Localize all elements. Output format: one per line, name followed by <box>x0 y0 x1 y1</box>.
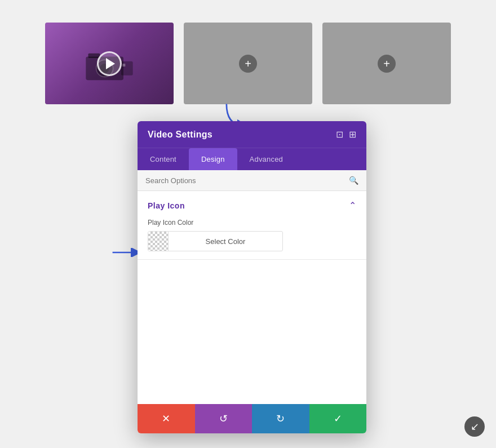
play-icon-color-label: Play Icon Color <box>148 219 356 227</box>
footer-bar: ✕ ↺ ↻ ✓ <box>138 404 366 433</box>
modal-header: Video Settings ⊡ ⊞ <box>138 121 366 148</box>
panel-content: Play Icon ⌃ Play Icon Color Select Color <box>138 191 366 404</box>
tab-advanced[interactable]: Advanced <box>237 148 295 170</box>
search-icon: 🔍 <box>349 176 358 185</box>
color-swatch[interactable] <box>148 232 169 251</box>
add-icon-2[interactable]: + <box>378 55 396 73</box>
svg-rect-5 <box>122 64 125 66</box>
help-badge-icon[interactable]: ↙ <box>464 416 485 437</box>
save-button[interactable]: ✓ <box>309 404 367 433</box>
color-field-row[interactable]: Select Color <box>148 231 283 251</box>
tab-design[interactable]: Design <box>189 148 237 170</box>
fullscreen-icon[interactable]: ⊡ <box>336 129 343 140</box>
thumbnail-video[interactable] <box>45 23 174 104</box>
redo-button[interactable]: ↻ <box>252 404 309 433</box>
cancel-button[interactable]: ✕ <box>138 404 195 433</box>
tab-content[interactable]: Content <box>138 148 189 170</box>
header-icons: ⊡ ⊞ <box>336 129 356 140</box>
search-row: 🔍 <box>138 170 366 191</box>
layout-icon[interactable]: ⊞ <box>349 129 356 140</box>
svg-rect-4 <box>121 61 133 75</box>
thumbnail-add-2[interactable]: + <box>322 23 451 104</box>
section-play-icon-header: Play Icon ⌃ <box>148 200 356 211</box>
chevron-up-icon[interactable]: ⌃ <box>349 200 356 211</box>
modal-title: Video Settings <box>148 130 212 140</box>
thumbnail-add-1[interactable]: + <box>184 23 312 104</box>
play-icon-color-field: Play Icon Color Select Color <box>148 219 356 251</box>
video-settings-panel: Video Settings ⊡ ⊞ Content Design Advanc… <box>138 121 366 433</box>
section-play-icon-title: Play Icon <box>148 201 185 210</box>
empty-content-area <box>148 260 356 395</box>
search-input[interactable] <box>145 176 349 185</box>
undo-button[interactable]: ↺ <box>195 404 253 433</box>
tabs-row: Content Design Advanced <box>138 148 366 170</box>
add-icon-1[interactable]: + <box>239 55 257 73</box>
select-color-button[interactable]: Select Color <box>169 233 282 250</box>
thumbnails-area: + + <box>0 0 496 116</box>
